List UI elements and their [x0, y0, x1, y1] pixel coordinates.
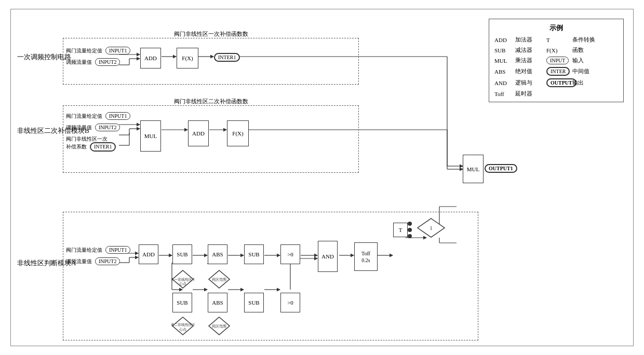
- legend-sym-input: INPUT: [546, 57, 572, 64]
- s3-sub1-block: SUB: [172, 244, 192, 264]
- s3-center1-diamond: 第一非线性区中 心点: [171, 269, 194, 289]
- s1-in1-label: 阀门流量给定值: [66, 48, 102, 53]
- s2-mul-block: MUL: [140, 120, 161, 152]
- s1-inter-badge: INTER1: [214, 53, 240, 62]
- svg-text:1: 1: [430, 225, 433, 231]
- legend-desc-fx: 函数: [572, 46, 609, 54]
- legend-key-abs: ABS: [494, 69, 515, 75]
- s3-in2-label: 调频流量值: [66, 258, 92, 264]
- s3-and-block: AND: [318, 241, 338, 272]
- legend-grid: ADD 加法器 T 条件转换 SUB 减法器 F(X) 函数 MUL 乘法器 I…: [494, 36, 618, 98]
- s3-add-block: ADD: [139, 244, 158, 264]
- s1-in2-label: 调频流量值: [66, 59, 92, 65]
- s3-dot2: [408, 228, 412, 232]
- s3-gt1-block: >0: [280, 244, 300, 264]
- legend-key-add: ADD: [494, 37, 515, 43]
- s3-abs2-block: ABS: [208, 293, 227, 312]
- legend-desc-input: 输入: [572, 57, 609, 64]
- main-diagram: 示例 ADD 加法器 T 条件转换 SUB 减法器 F(X) 函数 MUL 乘法…: [10, 9, 634, 346]
- legend-key-mul: MUL: [494, 58, 515, 64]
- s3-in2-group: 调频流量值 INPUT2: [66, 257, 120, 265]
- s2-input2-badge: INPUT2: [95, 124, 120, 131]
- legend-key-and: AND: [494, 80, 515, 86]
- legend-sym-inter: INTER: [546, 67, 572, 76]
- s1-input2-badge: INPUT2: [95, 58, 120, 66]
- legend-title: 示例: [494, 23, 618, 33]
- legend-desc-mul: 乘法器: [515, 57, 546, 64]
- svg-text:第二非线性区中: 第二非线性区中: [171, 323, 194, 326]
- legend-sym-T: T: [546, 37, 572, 43]
- s3-sub2-block: SUB: [244, 244, 264, 264]
- s2-in2-group: 调频流量值 INPUT2: [66, 124, 120, 131]
- s3-sub3-block: SUB: [172, 293, 192, 312]
- main-output-badge: OUTPUT1: [485, 164, 517, 173]
- s3-center2-diamond: 第二非线性区中 心点: [171, 316, 194, 336]
- legend-desc-inter: 中间值: [572, 67, 609, 75]
- legend-desc-T: 条件转换: [572, 36, 609, 44]
- s3-dot3: [408, 234, 412, 238]
- s2-in1-group: 阀门流量给定值 INPUT1: [66, 112, 130, 120]
- s3-input1-badge: INPUT1: [105, 246, 130, 254]
- s1-in1-group: 阀门流量给定值 INPUT1: [66, 47, 130, 54]
- s2-fx-block: F(X): [227, 120, 249, 146]
- s3-dot1: [408, 222, 412, 226]
- section3-dashed-box: 阀门流量给定值 INPUT1 调频流量值 INPUT2 ADD SUB 第一非线…: [63, 212, 478, 340]
- svg-text:死区范围: 死区范围: [212, 278, 226, 282]
- s2-in2-label: 调频流量值: [66, 125, 92, 130]
- svg-text:心点: 心点: [179, 282, 186, 286]
- s1-inter1: INTER1: [214, 53, 240, 62]
- section2-title: 阀门非线性区二次补偿函数数: [174, 98, 248, 105]
- main-mul-block: MUL: [463, 155, 484, 183]
- s3-sub4-block: SUB: [244, 293, 264, 312]
- legend-desc-output: 输出: [572, 79, 609, 87]
- section2-dashed-box: 阀门非线性区二次补偿函数数 阀门流量给定值 INPUT1 调频流量值 INPUT…: [63, 105, 359, 173]
- legend-sym-output: OUTPUT: [546, 78, 572, 87]
- svg-text:第一非线性区中: 第一非线性区中: [171, 278, 194, 281]
- legend-inter-badge: INTER: [546, 67, 570, 76]
- s3-gt2-block: >0: [280, 293, 300, 312]
- s1-fx-block: F(X): [177, 48, 198, 69]
- svg-text:死区范围: 死区范围: [212, 324, 226, 329]
- legend-input-badge: INPUT: [546, 57, 569, 64]
- s2-in3-group: 阀门非线性区一次 补偿系数 INTER1: [66, 135, 116, 152]
- s1-add-block: ADD: [140, 48, 161, 69]
- s3-deadzone1-diamond: 死区范围: [208, 269, 231, 289]
- s3-condition-diamond: 1: [417, 217, 446, 238]
- s2-in1-label: 阀门流量给定值: [66, 113, 102, 119]
- s2-in3-label2: 补偿系数: [66, 144, 87, 149]
- s2-add-block: ADD: [188, 120, 209, 146]
- section1-title: 阀门非线性区一次补偿函数数: [174, 30, 248, 38]
- legend-desc-sub: 减法器: [515, 46, 546, 54]
- svg-text:心点: 心点: [179, 327, 186, 332]
- legend-sym-fx: F(X): [546, 47, 572, 53]
- s3-deadzone2-diamond: 死区范围: [208, 316, 231, 336]
- s3-abs1-block: ABS: [208, 244, 227, 264]
- legend-desc-abs: 绝对值: [515, 67, 546, 75]
- s3-in1-label: 阀门流量给定值: [66, 247, 102, 253]
- s1-input1-badge: INPUT1: [105, 47, 130, 54]
- s2-input1-badge: INPUT1: [105, 112, 130, 120]
- s1-in2-group: 调频流量值 INPUT2: [66, 58, 120, 66]
- s2-in3-label: 阀门非线性区一次: [66, 136, 108, 142]
- legend-box: 示例 ADD 加法器 T 条件转换 SUB 减法器 F(X) 函数 MUL 乘法…: [489, 19, 624, 102]
- legend-desc-and: 逻辑与: [515, 79, 546, 87]
- legend-desc-add: 加法器: [515, 36, 546, 44]
- s3-toff-block: Toff0.2s: [354, 242, 378, 271]
- legend-key-sub: SUB: [494, 47, 515, 53]
- legend-key-toff: Toff: [494, 91, 515, 97]
- s2-inter1-badge: INTER1: [90, 142, 116, 152]
- s3-in1-group: 阀门流量给定值 INPUT1: [66, 246, 130, 254]
- s3-T-block: T: [393, 223, 408, 237]
- s3-input2-badge: INPUT2: [95, 257, 120, 265]
- section1-dashed-box: 阀门非线性区一次补偿函数数 阀门流量给定值 INPUT1 调频流量值 INPUT…: [63, 38, 359, 85]
- legend-desc-toff: 延时器: [515, 90, 546, 98]
- main-output-group: OUTPUT1: [485, 164, 517, 173]
